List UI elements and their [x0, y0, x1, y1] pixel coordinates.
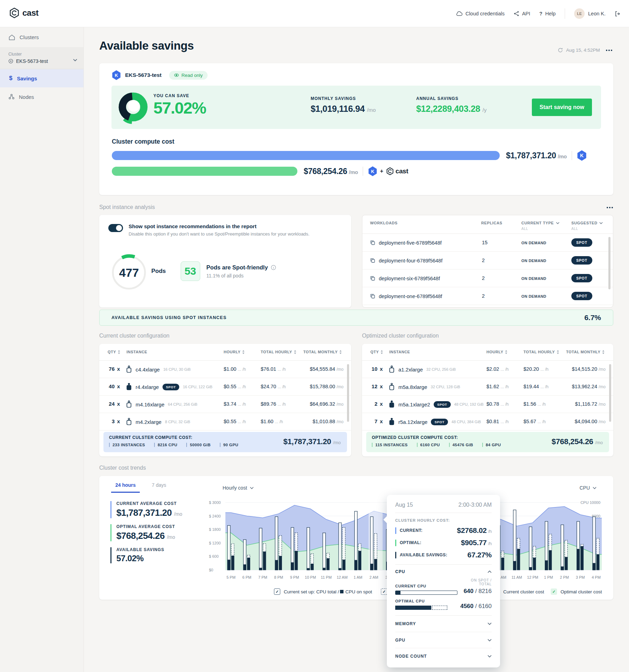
more-options-icon[interactable]	[606, 50, 612, 51]
logout-icon[interactable]	[615, 11, 621, 17]
divider	[572, 151, 572, 160]
col-instance: INSTANCE	[126, 350, 147, 354]
tooltip-section-gpu[interactable]: GPU	[395, 632, 492, 648]
svg-text:$ 1800: $ 1800	[209, 527, 221, 532]
current-cpu-bar	[395, 591, 457, 595]
spot-badge: SPOT	[571, 238, 592, 247]
workload-row[interactable]: deployment-five-6789f5648f15ON DEMANDSPO…	[362, 234, 613, 252]
save-percentage: 57.02%	[153, 99, 206, 116]
spot-savings-banner: AVAILABLE SAVINGS USING SPOT INSTANCES 6…	[99, 310, 613, 326]
col-total-hourly: TOTAL HOURLY	[523, 350, 559, 354]
sort-icon[interactable]	[602, 350, 605, 354]
config-table-row[interactable]: 3xm4.2xlarge8 CPU, 32 GiB$0.55 ... /h$1.…	[99, 413, 351, 431]
instance-name: a1.2xlarge	[398, 367, 423, 373]
api-icon	[514, 11, 519, 16]
current-config-label: Current cluster configuration	[99, 333, 169, 339]
total-hourly-cost: $5.67 ... /h	[523, 419, 546, 424]
spot-more-options-icon[interactable]	[607, 207, 613, 208]
tooltip-section-title: CLUSTER HOURLY COST:	[395, 518, 492, 522]
config-table-row[interactable]: 12xm5a.8xlarge32 CPU, 128 GiB$1.62 ... /…	[362, 378, 613, 396]
workload-row[interactable]: deployment-four-6789f5648f2ON DEMANDSPOT	[362, 252, 613, 269]
workload-replicas: 2	[482, 258, 485, 263]
tab-24-hours[interactable]: 24 hours	[111, 482, 140, 493]
config-table-row[interactable]: 7xr5a.12xlargeSPOT48 CPU, 384 GiB$0.81 .…	[362, 413, 613, 431]
sort-icon[interactable]	[294, 350, 296, 354]
info-icon[interactable]	[271, 265, 276, 270]
total-hourly-cost: $20.20 ... /h	[523, 366, 549, 372]
config-scrollbar[interactable]	[609, 364, 611, 422]
workload-replicas: 15	[482, 240, 487, 245]
metric-select[interactable]: Hourly cost	[223, 485, 254, 491]
legend-current-cluster-cost[interactable]: ✓ Current cluster cost	[493, 588, 544, 595]
sidebar-item-nodes[interactable]: Nodes	[0, 87, 84, 106]
right-axis-select[interactable]: CPU	[579, 485, 597, 491]
instance-name: m5a.1xlarge2	[398, 402, 430, 407]
tab-7-days[interactable]: 7 days	[152, 482, 166, 493]
api-link[interactable]: API	[514, 11, 530, 16]
sidebar-item-savings[interactable]: $ Savings	[0, 69, 84, 87]
chevron-down-icon	[556, 222, 559, 224]
sort-icon[interactable]	[118, 350, 120, 354]
tooltip-section-memory[interactable]: MEMORY	[395, 616, 492, 632]
copy-icon	[370, 276, 375, 281]
workload-row[interactable]: deployment-four-6789f5648f2ON DEMANDSPOT	[362, 305, 613, 308]
workload-current-type: ON DEMAND	[521, 276, 546, 281]
total-hourly-cost: $24.70 ... /h	[261, 384, 286, 389]
svg-text:8 PM: 8 PM	[274, 575, 283, 579]
col-hourly: HOURLY	[486, 350, 507, 354]
legend-current-setup[interactable]: ✓ Current set up: CPU total /CPU on spot	[274, 588, 372, 595]
sort-icon[interactable]	[557, 350, 559, 354]
help-link[interactable]: ? Help	[539, 11, 556, 16]
refresh-icon[interactable]	[558, 48, 563, 53]
cast-logo[interactable]: cast	[9, 8, 38, 18]
optimized-cost-value: $768,254.26/mo	[304, 167, 358, 176]
workload-row[interactable]: deployment-six-6789f5648f2ON DEMANDSPOT	[362, 269, 613, 287]
checkbox-green[interactable]: ✓	[551, 588, 557, 595]
config-scrollbar[interactable]	[347, 364, 349, 422]
cluster-selector[interactable]: Cluster EKS-5673-test	[0, 48, 84, 69]
svg-text:1 AM: 1 AM	[354, 575, 362, 579]
sort-icon[interactable]	[242, 350, 245, 354]
suggested-filter: ALL	[571, 227, 578, 231]
spot-badge: SPOT	[571, 292, 592, 300]
col-qty: QTY	[370, 350, 383, 354]
report-timestamp: Aug 15, 4:52PM	[566, 48, 600, 53]
kubernetes-icon: K	[577, 150, 587, 161]
total-monthly-cost: $13,962.24 /mo	[572, 384, 606, 389]
chevron-down-icon	[487, 639, 492, 642]
sort-icon[interactable]	[381, 350, 383, 354]
total-monthly-cost: $15,788.00 /mo	[310, 384, 344, 389]
sidebar-item-clusters[interactable]: Clusters	[0, 27, 84, 48]
checkbox-checked[interactable]: ✓	[274, 588, 280, 595]
checkbox-dashed[interactable]: ✓	[381, 588, 387, 595]
optimal-cpu-bar	[395, 606, 457, 610]
workload-row[interactable]: deployment-one-6789f5648f2ON DEMANDSPOT	[362, 287, 613, 305]
tooltip-optimal-cpu: OPTIMAL CPU 4560 / 6160	[395, 599, 492, 610]
tooltip-section-node-count[interactable]: NODE COUNT	[395, 648, 492, 664]
spot-badge: SPOT	[571, 256, 592, 265]
workloads-scrollbar[interactable]	[608, 237, 610, 289]
tooltip-time-range: 2:00-3:00 AM	[458, 502, 492, 508]
start-saving-button[interactable]: Start saving now	[532, 99, 592, 116]
sort-icon[interactable]	[505, 350, 507, 354]
config-table-row[interactable]: 2xm5a.1xlarge2SPOT48 CPU, 192 GiB$0.78 .…	[362, 396, 613, 413]
node-icon	[389, 383, 395, 391]
config-table-row[interactable]: 24xm4.16xlarge64 CPU, 256 GiB$3.74 ... /…	[99, 396, 351, 413]
col-suggested[interactable]: SUGGESTED	[571, 221, 603, 225]
config-table-row[interactable]: 10xa1.2xlarge32 CPU, 256 GiB$2.02 ... /h…	[362, 361, 613, 378]
config-table-row[interactable]: 76xc4.4xlarge16 CPU, 30 GiB$1.00 ... /h$…	[99, 361, 351, 378]
user-menu[interactable]: LE Leon K.	[574, 8, 606, 19]
col-current-type[interactable]: CURRENT TYPE	[521, 221, 559, 225]
svg-text:9 PM: 9 PM	[290, 575, 299, 579]
cloud-credentials-link[interactable]: Cloud credentials	[456, 11, 505, 16]
total-monthly-cost: $4,094.00 /mo	[574, 419, 606, 424]
spot-recommendations-toggle[interactable]	[108, 224, 123, 232]
legend-optimal-cluster-cost[interactable]: ✓ Optimal cluster cost	[551, 588, 602, 595]
instance-name: m5a.8xlarge	[398, 384, 427, 390]
sort-icon[interactable]	[339, 350, 342, 354]
tooltip-cpu-section[interactable]: CPU	[395, 569, 492, 574]
tooltip-current-row: CURRENT: $2768.02/h	[395, 526, 492, 535]
instance-qty: 10x	[368, 366, 386, 372]
config-table-row[interactable]: 40xr4.4xlargeSPOT16 CPU, 122 GiB$0.55 ..…	[99, 378, 351, 396]
workload-name: deployment-five-6789f5648f	[379, 240, 442, 246]
